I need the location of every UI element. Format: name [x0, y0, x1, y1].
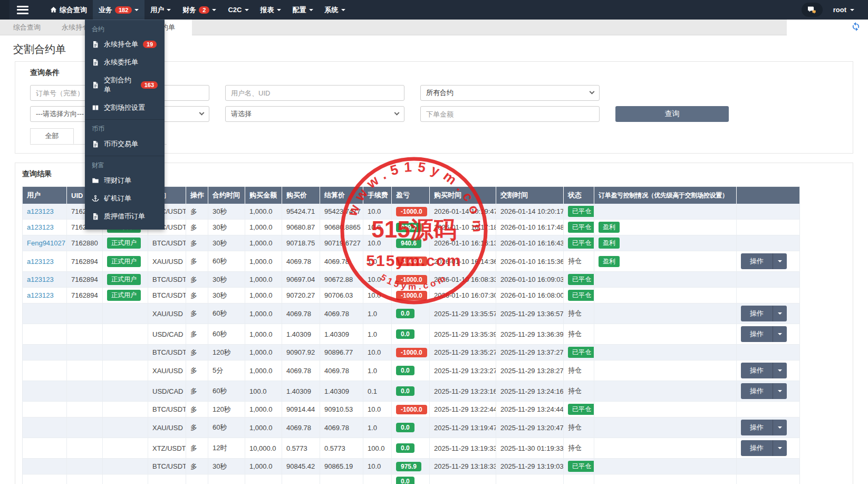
status-text: 持仓 — [568, 444, 582, 452]
nav-item-users[interactable]: 用户 — [144, 0, 177, 20]
user-menu[interactable]: root — [833, 6, 854, 14]
cell-uid — [67, 438, 103, 459]
row-action-label[interactable]: 操作 — [741, 306, 773, 321]
cell-settle-price: 1.40309 — [320, 324, 363, 345]
dropdown-item-spot-trades[interactable]: 币币交易单 — [85, 135, 165, 153]
cell-direction: 多 — [186, 251, 208, 272]
hamburger-menu-button[interactable] — [17, 6, 28, 14]
cell-user-type — [103, 402, 148, 417]
cell-action — [737, 459, 800, 474]
row-action-dropdown-toggle[interactable] — [773, 383, 787, 399]
user-link[interactable]: a123123 — [27, 223, 54, 231]
dropdown-section-header: 币币 — [85, 120, 165, 135]
row-action-dropdown-toggle[interactable] — [773, 420, 787, 435]
cell-amount: 1,000.0 — [245, 303, 282, 324]
cell-fee: 10.0 — [363, 272, 392, 288]
user-link[interactable]: a123123 — [27, 291, 54, 299]
nav-item-label: 报表 — [261, 5, 274, 15]
cell-settle-price: 4069.78 — [320, 417, 363, 438]
cell-contract: USD/CAD — [148, 381, 186, 402]
tab-all[interactable]: 全部 — [30, 128, 74, 144]
dropdown-item-wealth-orders[interactable]: 理财订单 — [85, 172, 165, 189]
row-action-button[interactable]: 操作 — [741, 440, 787, 456]
nav-item-business[interactable]: 业务182 — [93, 0, 144, 20]
row-action-label[interactable]: 操作 — [741, 383, 773, 399]
nav-item-c2c[interactable]: C2C — [222, 0, 254, 20]
row-action-button[interactable]: 操作 — [741, 306, 787, 321]
cell-user-type — [103, 459, 148, 474]
row-action-dropdown-toggle[interactable] — [773, 326, 787, 342]
messages-button[interactable] — [802, 3, 823, 17]
chevron-down-icon — [199, 110, 205, 115]
row-action-button[interactable]: 操作 — [741, 363, 787, 378]
cell-delivery-time: 2025-11-29 13:28:27 — [496, 360, 564, 381]
dropdown-item-pledge-orders[interactable]: 质押借币订单 — [85, 207, 165, 225]
row-action-label[interactable]: 操作 — [741, 440, 773, 456]
cell-duration: 60秒 — [208, 251, 245, 272]
cell-pnl: 0.0 — [392, 417, 430, 438]
status-select[interactable]: 请选择 — [225, 106, 404, 122]
chevron-down-icon — [850, 9, 854, 11]
row-action-dropdown-toggle[interactable] — [773, 306, 787, 321]
dropdown-item-perpetual-orders[interactable]: 永续委托单 — [85, 53, 165, 71]
nav-item-reports[interactable]: 报表 — [255, 0, 287, 20]
cell-fee — [363, 474, 392, 484]
status-badge: 已平仓 — [568, 274, 594, 285]
cell-status: 已平仓 — [564, 288, 594, 303]
table-row: a1231237162894正式用户BTC/USDT多30秒1,000.0907… — [23, 288, 800, 303]
cell-pnl-control: 盈利 — [594, 235, 737, 251]
cell-buy-price: 90680.87 — [282, 220, 320, 235]
page-tab-0[interactable]: 综合查询 — [13, 23, 41, 32]
cell-pnl: 0.0 — [392, 474, 430, 484]
contract-select[interactable]: 所有合约 — [420, 85, 600, 101]
row-action-dropdown-toggle[interactable] — [773, 363, 787, 378]
cell-amount: 1,000.0 — [245, 272, 282, 288]
cell-amount: 10,000.0 — [245, 438, 282, 459]
dropdown-item-delivery-control[interactable]: 交割场控设置 — [85, 99, 165, 117]
cell-pnl-control — [594, 474, 737, 484]
nav-item-config[interactable]: 配置 — [287, 0, 319, 20]
row-action-dropdown-toggle[interactable] — [773, 440, 787, 456]
cell-delivery-time: 2026-01-10 16:09:03 — [496, 272, 564, 288]
row-action-button[interactable]: 操作 — [741, 420, 787, 435]
dropdown-item-perpetual-positions[interactable]: 永续持仓单19 — [85, 35, 165, 53]
refresh-button[interactable] — [849, 22, 863, 33]
cell-status: 持仓 — [564, 303, 594, 324]
row-action-label[interactable]: 操作 — [741, 363, 773, 378]
cell-settle-price: 4069.78 — [320, 251, 363, 272]
nav-item-overview[interactable]: 综合查询 — [44, 0, 93, 20]
pnl-badge: -1000.0 — [396, 348, 427, 357]
nav-item-finance[interactable]: 财务2 — [177, 0, 222, 20]
row-action-button[interactable]: 操作 — [741, 326, 787, 342]
nav-item-label: 业务 — [99, 5, 112, 15]
cell-pnl-control — [594, 345, 737, 360]
cell-uid: 7162894 — [67, 251, 103, 272]
user-link[interactable]: a123123 — [27, 207, 54, 215]
cell-buy-time: 2025-11-29 13:19:33 — [430, 438, 496, 459]
dropdown-item-miner-orders[interactable]: 矿机订单 — [85, 189, 165, 207]
cell-user-type: 正式用户 — [103, 272, 148, 288]
cell-settle-price: 4069.78 — [320, 303, 363, 324]
row-action-button[interactable]: 操作 — [741, 383, 787, 399]
amount-input[interactable] — [420, 106, 600, 122]
cell-delivery-time: 2025-11-29 13:36:39 — [496, 324, 564, 345]
row-action-label[interactable]: 操作 — [741, 253, 773, 269]
user-link[interactable]: a123123 — [27, 258, 54, 265]
cell-amount: 1,000.0 — [245, 417, 282, 438]
dropdown-item-delivery-contracts[interactable]: 交割合约单163 — [85, 71, 165, 99]
cell-amount: 1,000.0 — [245, 251, 282, 272]
row-action-button[interactable]: 操作 — [741, 253, 787, 269]
cell-pnl: 0.0 — [392, 381, 430, 402]
chevron-down-icon — [590, 89, 595, 94]
cell-user — [23, 402, 67, 417]
screen: 综合查询业务182用户财务2C2C报表配置系统 root 综合查询永续持仓单交割… — [0, 0, 868, 484]
row-action-dropdown-toggle[interactable] — [773, 253, 787, 269]
row-action-label[interactable]: 操作 — [741, 420, 773, 435]
user-uid-input[interactable] — [225, 85, 404, 101]
user-link[interactable]: a123123 — [27, 276, 54, 283]
row-action-label[interactable]: 操作 — [741, 326, 773, 342]
user-link[interactable]: Feng941027 — [27, 239, 65, 247]
search-button[interactable]: 查询 — [615, 106, 729, 122]
nav-item-system[interactable]: 系统 — [319, 0, 351, 20]
cell-settle-price — [320, 474, 363, 484]
